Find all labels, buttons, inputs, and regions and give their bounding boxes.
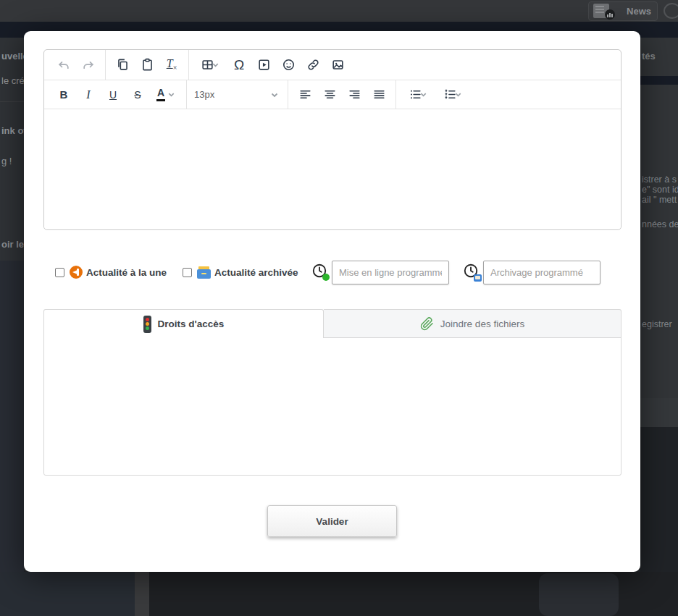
bold-button[interactable]: B bbox=[51, 83, 76, 107]
backdrop-fragment: le cré bbox=[1, 75, 24, 86]
online-status-dot bbox=[322, 274, 330, 281]
nav-news-label: News bbox=[627, 6, 651, 17]
toolbar-separator bbox=[105, 50, 106, 80]
toolbar-separator bbox=[188, 50, 189, 80]
insert-link-button[interactable] bbox=[301, 53, 325, 77]
strikethrough-button[interactable]: S bbox=[125, 83, 150, 107]
backdrop-shape bbox=[539, 573, 619, 616]
editor-toolbar-row-1: T× Ω bbox=[44, 50, 621, 80]
align-justify-button[interactable] bbox=[367, 83, 391, 107]
backdrop-bottom-left-panel bbox=[0, 572, 135, 616]
redo-button[interactable] bbox=[76, 53, 101, 77]
text-color-button[interactable]: A bbox=[150, 83, 182, 107]
insert-image-button[interactable] bbox=[325, 53, 350, 77]
align-left-button[interactable] bbox=[293, 83, 317, 107]
publish-date-input[interactable] bbox=[332, 261, 449, 284]
tab-label: Joindre des fichiers bbox=[440, 318, 524, 329]
backdrop-top-bar bbox=[0, 0, 678, 22]
emoji-button[interactable] bbox=[276, 53, 301, 77]
bullet-list-button[interactable] bbox=[401, 83, 435, 107]
numbered-list-button[interactable] bbox=[435, 83, 470, 107]
link-icon bbox=[306, 58, 320, 72]
undo-button[interactable] bbox=[51, 53, 76, 77]
font-size-select[interactable]: 13px bbox=[188, 80, 286, 109]
nav-item-news[interactable]: News bbox=[588, 1, 658, 21]
align-center-button[interactable] bbox=[317, 83, 342, 107]
font-size-value: 13px bbox=[194, 89, 214, 100]
backdrop-right-edge-top: tés 1 bbox=[640, 38, 678, 76]
chevron-down-icon bbox=[419, 90, 427, 98]
publish-schedule bbox=[311, 260, 449, 284]
insert-table-button[interactable] bbox=[193, 53, 227, 77]
align-right-button[interactable] bbox=[342, 83, 367, 107]
chart-badge-icon bbox=[605, 9, 615, 20]
backdrop-divider bbox=[0, 101, 24, 102]
publish-clock bbox=[311, 263, 329, 282]
backdrop-fragment: g ! bbox=[1, 156, 12, 166]
emoji-icon bbox=[282, 58, 296, 72]
backdrop-fragment: ink of bbox=[1, 125, 24, 136]
backdrop-fragment: ail " mett bbox=[642, 195, 677, 205]
align-right-icon bbox=[348, 88, 361, 101]
tab-label: Droits d'accès bbox=[158, 318, 225, 329]
backdrop-left-lower bbox=[0, 261, 24, 572]
archive-clock bbox=[463, 263, 480, 282]
featured-label: Actualité à la une bbox=[86, 267, 167, 278]
italic-button[interactable]: I bbox=[76, 83, 101, 107]
align-left-icon bbox=[298, 88, 312, 101]
editor-content-area[interactable] bbox=[44, 109, 621, 229]
undo-icon bbox=[56, 58, 71, 72]
redo-icon bbox=[81, 58, 96, 72]
image-icon bbox=[331, 58, 345, 72]
backdrop-left-edge: uvelle le cré ink of g ! oir les bbox=[0, 38, 24, 261]
chevron-down-icon bbox=[167, 90, 175, 98]
toolbar-separator bbox=[288, 80, 288, 109]
toolbar-separator bbox=[186, 80, 187, 109]
backdrop-bottom-strip bbox=[135, 572, 149, 616]
align-center-icon bbox=[323, 88, 337, 101]
paperclip-icon bbox=[420, 317, 434, 331]
chevron-down-icon bbox=[270, 90, 279, 99]
tab-access-rights[interactable]: Droits d'accès bbox=[43, 309, 324, 338]
backdrop-fragment: istrer à s bbox=[642, 174, 677, 185]
align-justify-icon bbox=[372, 88, 386, 101]
paste-button[interactable] bbox=[135, 53, 159, 77]
news-icon bbox=[593, 4, 609, 18]
archived-label: Actualité archivée bbox=[214, 267, 298, 278]
traffic-light-icon bbox=[143, 316, 151, 333]
tab-attach-files[interactable]: Joindre des fichiers bbox=[324, 309, 622, 338]
archive-date-input[interactable] bbox=[483, 261, 600, 284]
featured-checkbox[interactable] bbox=[55, 268, 64, 277]
backdrop-fragment: uvelle bbox=[1, 51, 24, 62]
backdrop-navy-bar-right bbox=[640, 76, 678, 85]
paste-icon bbox=[141, 58, 154, 72]
special-character-button[interactable]: Ω bbox=[227, 53, 251, 77]
access-rights-panel bbox=[43, 337, 622, 476]
underline-button[interactable]: U bbox=[101, 83, 125, 107]
backdrop-fragment: tés bbox=[642, 51, 656, 62]
backdrop-partial-icon bbox=[664, 3, 678, 19]
backdrop-fragment: oir les bbox=[1, 239, 24, 250]
archive-badge-icon bbox=[474, 274, 482, 282]
featured-news-icon bbox=[70, 266, 83, 279]
media-icon bbox=[257, 58, 271, 72]
copy-button[interactable] bbox=[110, 53, 135, 77]
chevron-down-icon bbox=[212, 61, 219, 69]
clear-formatting-button[interactable]: T× bbox=[159, 53, 184, 77]
backdrop-fragment: egistrer bbox=[642, 319, 672, 329]
editor-toolbar-row-2: B I U S A 13px bbox=[44, 80, 621, 109]
archive-box-icon bbox=[197, 266, 211, 279]
archived-option: Actualité archivée bbox=[183, 260, 298, 284]
backdrop-right-edge-mid: istrer à s e" sont id ail " mett nnées d… bbox=[640, 85, 678, 398]
news-edit-modal: T× Ω bbox=[24, 31, 640, 572]
backdrop-fragment: nnées de bbox=[642, 219, 678, 229]
tab-bar: Droits d'accès Joindre des fichiers bbox=[43, 309, 622, 338]
copy-icon bbox=[116, 58, 130, 72]
backdrop-right-edge-low bbox=[640, 398, 678, 427]
featured-option: Actualité à la une bbox=[55, 260, 167, 284]
submit-button[interactable]: Valider bbox=[267, 505, 397, 537]
insert-media-button[interactable] bbox=[251, 53, 276, 77]
archive-schedule bbox=[463, 260, 600, 284]
archived-checkbox[interactable] bbox=[183, 268, 192, 277]
rich-text-editor: T× Ω bbox=[43, 49, 622, 230]
